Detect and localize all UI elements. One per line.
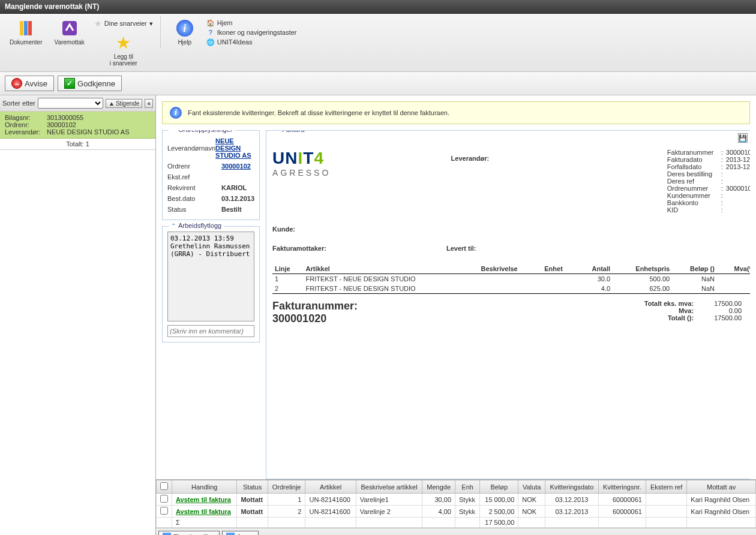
varemottak-icon	[60, 19, 79, 38]
workflow-log[interactable]: 03.12.2013 13:59 Grethelinn Rasmussen (G…	[167, 232, 254, 321]
totalt-row: Totalt: 1	[0, 139, 155, 150]
agresso-logo-sub: AGRESSO	[272, 168, 331, 178]
hjem-link[interactable]: 🏠 Hjem	[206, 19, 297, 27]
avstem-link[interactable]: Avstem til faktura	[176, 496, 231, 503]
arbeidsflytlogg-legend: ⌃ Arbeidsflytlogg	[169, 222, 224, 229]
question-icon: ?	[206, 28, 215, 37]
kunde-section: Kunde:	[272, 226, 750, 233]
godkjenne-label: Godkjenne	[77, 79, 115, 88]
reject-icon: –	[11, 78, 22, 89]
order-ordrenr-label: Ordrenr	[167, 163, 221, 170]
ikoner-label: Ikoner og navigeringstaster	[217, 29, 297, 36]
invoice-meta: Fakturanummer:300001020 Fakturadato:2013…	[667, 149, 750, 214]
unit4ideas-label: UNIT4Ideas	[217, 38, 253, 46]
angre-button[interactable]: ✕ Angre	[222, 531, 259, 535]
leverandor-block: Leverandør:	[451, 149, 547, 214]
grid-table: Handling Status Ordrelinje Artikkel Besk…	[156, 480, 756, 528]
stigende-button[interactable]: ▲ Stigende	[106, 99, 142, 108]
fakturanummer-big: Fakturanummer: 300001020	[272, 300, 358, 325]
chevron-up-icon[interactable]: ⌃	[171, 130, 176, 133]
legg-til-snarveier-button[interactable]: ★ Legg til i snarveier	[92, 31, 155, 69]
chevron-up-icon[interactable]: ⌃	[171, 223, 176, 229]
order-ordrenr-link[interactable]: 30000102	[221, 163, 251, 170]
help-links: 🏠 Hjem ? Ikoner og navigeringstaster 🌐 U…	[206, 16, 297, 46]
varemottak-label: Varemottak	[54, 39, 84, 46]
status-label: Status	[167, 206, 221, 213]
avvise-label: Avvise	[25, 79, 47, 88]
info-message: Fant eksisterende kvitteringer. Bekreft …	[188, 109, 449, 116]
dine-snarveier-button[interactable]: ★ Dine snarveier ▾	[92, 16, 155, 31]
leverandor-value: NEUE DESIGN STUDIO AS	[47, 128, 130, 136]
hjem-label: Hjem	[217, 19, 233, 26]
grid-row[interactable]: Avstem til faktura Mottatt 1 UN-82141600…	[157, 494, 756, 506]
invoice-toolbar: 💾 🖶	[738, 133, 750, 143]
ordreopplysninger-fieldset: ⌃ Ordreopplysninger LeverandørnavnNEUE D…	[162, 130, 260, 220]
ikoner-link[interactable]: ? Ikoner og navigeringstaster	[206, 28, 297, 37]
sort-select[interactable]	[38, 98, 103, 109]
chevron-up-icon[interactable]: ⌃	[275, 130, 280, 133]
right-panel: i Fant eksisterende kvitteringer. Bekref…	[156, 95, 756, 535]
stigende-label: Stigende	[116, 100, 139, 107]
save-invoice-button[interactable]: 💾	[738, 133, 748, 143]
inv-leverandor-label: Leverandør:	[451, 155, 490, 162]
info-icon: i	[175, 19, 194, 38]
star-gold-icon: ★	[114, 33, 133, 52]
documents-icon	[16, 19, 35, 38]
bilagsnr-value: 3013000055	[47, 114, 83, 121]
action-bar: – Avvise ✓ Godkjenne	[0, 72, 756, 95]
record-item[interactable]: Bilagsnr:3013000055 Ordrenr:30000102 Lev…	[0, 112, 155, 139]
content-row: ⌃ Ordreopplysninger LeverandørnavnNEUE D…	[162, 130, 750, 479]
info-panel-icon: i	[170, 107, 182, 119]
grid-sum-row: Σ 17 500,00	[157, 518, 756, 528]
collapse-left-button[interactable]: «	[145, 99, 153, 108]
grid-row-check[interactable]	[160, 507, 168, 515]
fjern-handling-button[interactable]: − Fjern handling	[158, 531, 220, 535]
varemottak-button[interactable]: Varemottak	[49, 16, 89, 48]
avvise-button[interactable]: – Avvise	[5, 76, 54, 91]
svg-rect-0	[20, 21, 23, 35]
dine-snarveier-label: Dine snarveier	[104, 20, 147, 27]
leverandornavn-link[interactable]: NEUE DESIGN STUDIO AS	[215, 137, 254, 159]
window-titlebar: Manglende varemottak (NT)	[0, 0, 756, 14]
leverandornavn-label: Leverandørnavn	[167, 145, 215, 152]
unit4ideas-link[interactable]: 🌐 UNIT4Ideas	[206, 38, 297, 46]
unit4-logo: UNIT4	[272, 149, 331, 168]
help-group: i Hjelp 🏠 Hjem ? Ikoner og navigeringsta…	[160, 16, 297, 48]
svg-rect-2	[28, 21, 32, 35]
approve-icon: ✓	[64, 78, 75, 89]
invoice-totals: Totalt eks. mva:17500.00. Mva:0.00 Total…	[358, 300, 750, 321]
grid-check-all[interactable]	[160, 482, 168, 490]
dropdown-icon: ▾	[149, 20, 153, 28]
grid-row[interactable]: Avstem til faktura Mottatt 2 UN-82141600…	[157, 506, 756, 518]
invoice-column: ⌃ Faktura 💾 🖶 UNIT4 AGRESSO	[266, 130, 750, 479]
faktura-legend: ⌃ Faktura	[272, 130, 307, 133]
avstem-link[interactable]: Avstem til faktura	[176, 508, 231, 515]
left-panel: Sorter etter ▲ Stigende « Bilagsnr:30130…	[0, 95, 156, 535]
godkjenne-button[interactable]: ✓ Godkjenne	[58, 76, 122, 91]
home-icon: 🏠	[206, 19, 215, 27]
bottom-grid: Handling Status Ordrelinje Artikkel Besk…	[156, 479, 756, 535]
grid-row-check[interactable]	[160, 495, 168, 503]
sort-bar: Sorter etter ▲ Stigende «	[0, 95, 155, 112]
main-toolbar: Dokumenter Varemottak ★ Dine snarveier ▾…	[0, 14, 756, 72]
sort-label: Sorter etter	[2, 100, 35, 107]
dokumenter-label: Dokumenter	[10, 39, 42, 46]
ordrenr-value: 30000102	[47, 121, 76, 128]
rekvirent-label: Rekvirent	[167, 184, 221, 191]
snarveier-group: ★ Dine snarveier ▾ ★ Legg til i snarveie…	[92, 16, 155, 69]
legg-til-label: Legg til i snarveier	[110, 53, 137, 67]
star-grey-icon: ★	[94, 19, 102, 28]
hjelp-button[interactable]: i Hjelp	[168, 16, 202, 48]
comment-input[interactable]	[167, 325, 254, 337]
dokumenter-button[interactable]: Dokumenter	[5, 16, 47, 48]
bestdato-value: 03.12.2013	[221, 195, 254, 202]
window-title: Manglende varemottak (NT)	[5, 2, 99, 11]
sort-asc-icon: ▲	[109, 100, 115, 107]
logo-block: UNIT4 AGRESSO	[272, 149, 331, 214]
info-panel: i Fant eksisterende kvitteringer. Bekref…	[162, 101, 750, 124]
bilagsnr-label: Bilagsnr:	[5, 114, 47, 121]
globe-icon: 🌐	[206, 38, 215, 46]
status-value: Bestilt	[221, 206, 242, 213]
ordrenr-label: Ordrenr:	[5, 121, 47, 128]
svg-rect-1	[24, 21, 28, 35]
